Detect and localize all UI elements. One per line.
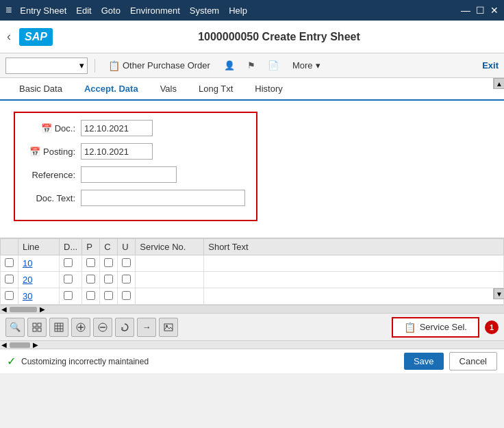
row3-p-cell xyxy=(82,288,100,305)
scroll-thumb[interactable] xyxy=(10,307,37,312)
window-minimize-icon[interactable]: — xyxy=(461,5,470,16)
col-line-header: Line xyxy=(18,239,60,255)
toolbar-dropdown[interactable]: ▾ xyxy=(5,58,88,74)
row2-d-checkbox[interactable] xyxy=(64,275,73,284)
page-icon-btn[interactable]: 📄 xyxy=(264,57,282,75)
row2-select-cell xyxy=(1,272,18,288)
zoom-in-button[interactable]: 🔍 xyxy=(5,318,25,337)
refresh-button[interactable] xyxy=(115,318,134,337)
row1-c-cell xyxy=(100,255,118,272)
scroll-right-arrow-icon[interactable]: ▶ xyxy=(40,305,45,313)
menu-goto[interactable]: Goto xyxy=(101,5,121,16)
posting-date-input[interactable] xyxy=(81,143,153,160)
row1-line-cell: 10 xyxy=(18,255,60,272)
form-section: 📅 Doc.: 📅 Posting: Reference: xyxy=(0,101,504,232)
row3-u-cell xyxy=(118,288,136,305)
row3-short-text-cell xyxy=(204,288,504,305)
scroll-thumb-2[interactable] xyxy=(10,342,30,348)
row3-d-cell xyxy=(60,288,82,305)
row3-checkbox[interactable] xyxy=(5,291,14,300)
doctext-input[interactable] xyxy=(81,190,245,206)
doc-date-input[interactable] xyxy=(81,120,153,136)
grid-view2-button[interactable] xyxy=(49,318,68,337)
menu-help[interactable]: Help xyxy=(229,5,247,16)
cancel-button[interactable]: Cancel xyxy=(449,352,497,370)
row3-p-checkbox[interactable] xyxy=(86,291,95,300)
window-maximize-icon[interactable]: ☐ xyxy=(476,5,485,16)
title-bar: ≡ Entry Sheet Edit Goto Environment Syst… xyxy=(0,0,504,21)
tab-vals[interactable]: Vals xyxy=(149,78,188,101)
tab-history[interactable]: History xyxy=(244,78,293,101)
row3-c-checkbox[interactable] xyxy=(104,291,113,300)
menu-entry-sheet[interactable]: Entry Sheet xyxy=(20,5,66,16)
svg-rect-0 xyxy=(33,323,36,327)
flag-icon: ⚑ xyxy=(247,60,255,71)
other-po-button[interactable]: 📋 Other Purchase Order xyxy=(102,58,216,74)
add-row-button[interactable] xyxy=(71,318,90,337)
row1-d-checkbox[interactable] xyxy=(64,258,73,267)
svg-rect-1 xyxy=(38,323,41,327)
service-sel-button[interactable]: 📋 Service Sel. xyxy=(392,317,479,338)
row1-p-checkbox[interactable] xyxy=(86,258,95,267)
row1-checkbox[interactable] xyxy=(5,258,14,267)
doctext-row: Doc. Text: xyxy=(26,190,245,206)
exit-button[interactable]: Exit xyxy=(482,60,499,71)
scroll-left-arrow-icon[interactable]: ◀ xyxy=(1,305,7,313)
toolbar-separator-1 xyxy=(94,59,95,73)
svg-marker-14 xyxy=(122,327,124,329)
remove-row-button[interactable] xyxy=(93,318,112,337)
more-button[interactable]: More ▾ xyxy=(286,58,327,74)
row2-p-checkbox[interactable] xyxy=(86,275,95,284)
posting-calendar-icon: 📅 xyxy=(29,147,40,157)
row2-line-link[interactable]: 20 xyxy=(23,275,32,285)
row1-d-cell xyxy=(60,255,82,272)
save-button[interactable]: Save xyxy=(404,353,444,370)
row2-p-cell xyxy=(82,272,100,288)
row1-p-cell xyxy=(82,255,100,272)
reference-input[interactable] xyxy=(81,166,177,183)
col-u-header: U xyxy=(118,239,136,255)
flag-icon-btn[interactable]: ⚑ xyxy=(242,57,260,75)
row3-u-checkbox[interactable] xyxy=(122,291,131,300)
menu-system[interactable]: System xyxy=(190,5,219,16)
horizontal-scroll-bar[interactable]: ◀ ▶ xyxy=(0,305,504,313)
row1-line-link[interactable]: 10 xyxy=(23,258,32,268)
grid-view-button[interactable] xyxy=(27,318,47,337)
line-items-table: Line D... P C U Service No. Short Text 1… xyxy=(0,238,504,305)
scroll-up-icon[interactable]: ▲ xyxy=(494,78,504,89)
doctext-label: Doc. Text: xyxy=(26,193,81,203)
row2-u-checkbox[interactable] xyxy=(122,275,131,284)
status-message: Customizing incorrectly maintained xyxy=(21,357,399,366)
row1-c-checkbox[interactable] xyxy=(104,258,113,267)
menu-environment[interactable]: Environment xyxy=(130,5,180,16)
more-arrow-icon: ▾ xyxy=(316,60,320,71)
row2-service-no-cell xyxy=(136,272,204,288)
window-close-icon[interactable]: ✕ xyxy=(490,5,499,16)
bottom-toolbar: 🔍 → 📋 Service Sel. 1 xyxy=(0,313,504,340)
row1-u-checkbox[interactable] xyxy=(122,258,131,267)
person-icon-btn[interactable]: 👤 xyxy=(220,57,238,75)
row3-d-checkbox[interactable] xyxy=(64,291,73,300)
col-d-header: D... xyxy=(60,239,82,255)
row2-c-checkbox[interactable] xyxy=(104,275,113,284)
bottom-horizontal-scroll[interactable]: ◀ ▶ xyxy=(0,340,504,349)
scroll-left-icon[interactable]: ◀ xyxy=(1,341,7,349)
tab-long-txt[interactable]: Long Txt xyxy=(188,78,244,101)
row2-u-cell xyxy=(118,272,136,288)
row1-service-no-cell xyxy=(136,255,204,272)
back-button[interactable]: ‹ xyxy=(7,29,11,44)
scroll-down-icon[interactable]: ▼ xyxy=(494,288,504,299)
menu-edit[interactable]: Edit xyxy=(76,5,91,16)
tab-basic-data[interactable]: Basic Data xyxy=(8,78,73,101)
forward-button[interactable]: → xyxy=(137,318,156,337)
scroll-right-icon[interactable]: ▶ xyxy=(33,341,38,349)
hamburger-icon[interactable]: ≡ xyxy=(5,4,12,16)
col-checkbox-header xyxy=(1,239,18,255)
table-row: 10 xyxy=(1,255,504,272)
image-button[interactable] xyxy=(159,318,178,337)
row2-d-cell xyxy=(60,272,82,288)
tab-accept-data[interactable]: Accept. Data xyxy=(73,78,149,101)
row2-checkbox[interactable] xyxy=(5,275,14,284)
row3-line-link[interactable]: 30 xyxy=(23,291,32,301)
row3-service-no-cell xyxy=(136,288,204,305)
